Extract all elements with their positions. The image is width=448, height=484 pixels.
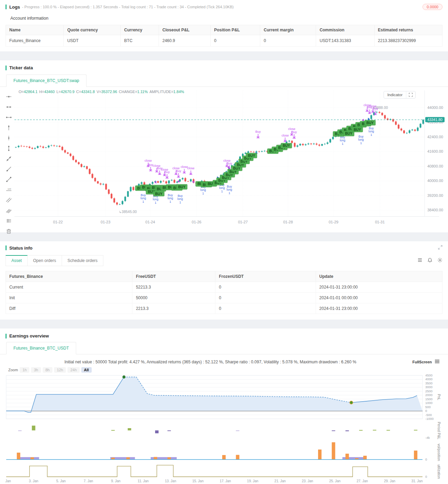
- column-header: Futures_Binance: [6, 271, 132, 282]
- svg-text:40800.00: 40800.00: [427, 164, 443, 168]
- table-cell: 0: [211, 35, 260, 47]
- zoom-button-8h[interactable]: 8h: [43, 367, 52, 373]
- tab-schedule-orders[interactable]: Schedule orders: [62, 255, 103, 266]
- table-header-row: Futures_BinanceFreeUSDTFrozenUSDTUpdate: [6, 271, 442, 282]
- list-icon[interactable]: [417, 258, 422, 264]
- column-header: Estimated returns: [374, 25, 442, 35]
- zoom-button-1h[interactable]: 1h: [20, 367, 29, 373]
- ray-tool-icon[interactable]: [6, 166, 12, 173]
- svg-text:21. Jan: 21. Jan: [274, 479, 286, 483]
- trend-line-tool-icon[interactable]: [6, 156, 12, 163]
- account-title: Account information: [10, 16, 442, 21]
- svg-text:1: 1: [202, 192, 204, 195]
- candlestick-canvas[interactable]: 38400.0039200.0040000.0040800.0041600.00…: [14, 88, 448, 228]
- svg-text:1500: 1500: [425, 397, 432, 401]
- svg-text:2000: 2000: [425, 393, 432, 397]
- section-accent-bar: [6, 65, 7, 70]
- status-tabbar: AssetOpen ordersSchedule orders: [6, 255, 442, 266]
- indicator-label[interactable]: Indicator: [384, 91, 406, 98]
- vertical-segment-tool-icon[interactable]: [6, 145, 12, 153]
- segment-tool-icon[interactable]: [6, 177, 12, 184]
- bell-icon[interactable]: [427, 258, 432, 264]
- status-toolbar: [417, 258, 442, 264]
- tab-ticker-symbol[interactable]: Futures_Binance_BTC_USDT:swap: [6, 74, 86, 87]
- indicator-button[interactable]: Indicator: [384, 91, 416, 99]
- svg-text:19. Jan: 19. Jan: [247, 479, 258, 483]
- svg-text:23. Jan: 23. Jan: [302, 479, 313, 483]
- svg-text:40000.00: 40000.00: [427, 179, 443, 183]
- candlestick-chart[interactable]: 123 38400.0039200.0040000.0040800.004160…: [3, 88, 443, 232]
- tab-earnings-symbol[interactable]: Futures_Binance_BTC_USDT: [6, 342, 76, 354]
- gear-icon[interactable]: [437, 258, 442, 264]
- table-cell: 0: [215, 282, 316, 293]
- zoom-button-all[interactable]: All: [81, 367, 92, 373]
- status-table: Futures_BinanceFreeUSDTFrozenUSDTUpdateC…: [6, 271, 442, 314]
- row-label: Diff: [6, 303, 132, 314]
- svg-text:close: close: [282, 134, 289, 137]
- zoom-controls: Zoom 1h3h8h12h24hAll: [0, 366, 448, 373]
- expand-icon[interactable]: [438, 245, 442, 251]
- earnings-tabbar: Futures_Binance_BTC_USDT: [0, 341, 448, 354]
- svg-text:BUY: BUY: [155, 192, 162, 196]
- expand-icon[interactable]: [406, 91, 415, 98]
- svg-text:123: 123: [8, 188, 11, 190]
- horizontal-ray-tool-icon[interactable]: [6, 114, 12, 122]
- delete-tool-icon[interactable]: [6, 228, 12, 235]
- earnings-title: Earnings overview: [9, 333, 49, 339]
- svg-text:38400.00: 38400.00: [427, 208, 443, 212]
- menu-icon[interactable]: [435, 359, 440, 364]
- svg-text:Period P&L: Period P&L: [437, 422, 441, 440]
- parallel-channel-tool-icon[interactable]: [6, 197, 12, 204]
- svg-text:↳: ↳: [119, 210, 122, 214]
- section-divider: [0, 51, 448, 60]
- fullscreen-button[interactable]: FullScreen: [413, 359, 440, 364]
- svg-text:1000: 1000: [425, 401, 432, 405]
- svg-text:PnL: PnL: [437, 394, 441, 400]
- table-cell: 2213.3: [132, 303, 215, 314]
- table-cell: 2460.9: [159, 35, 211, 47]
- table-cell: 2024-01-31 23:00:00: [316, 303, 442, 314]
- horizontal-line-tool-icon[interactable]: [6, 104, 12, 111]
- svg-text:29. Jan: 29. Jan: [384, 479, 395, 483]
- fullscreen-label[interactable]: FullScreen: [413, 360, 432, 364]
- pnl-max-point: [122, 375, 125, 379]
- svg-text:BUY: BUY: [366, 121, 374, 125]
- column-header: Position P&L: [211, 25, 260, 35]
- svg-text:42400.00: 42400.00: [427, 135, 443, 139]
- vertical-ray-tool-icon[interactable]: [6, 135, 12, 142]
- price-label-tool-icon[interactable]: 123: [6, 187, 12, 194]
- svg-text:1: 1: [228, 191, 230, 195]
- zoom-button-24h[interactable]: 24h: [68, 367, 79, 373]
- vertical-line-tool-icon[interactable]: [6, 125, 12, 132]
- tab-open-orders[interactable]: Open orders: [28, 255, 62, 266]
- svg-text:close: close: [187, 167, 194, 170]
- svg-text:01-31: 01-31: [375, 220, 385, 224]
- svg-text:long: long: [167, 196, 173, 200]
- svg-text:25. Jan: 25. Jan: [329, 479, 340, 483]
- zoom-button-3h[interactable]: 3h: [31, 367, 41, 373]
- pnl-area: [6, 377, 422, 413]
- table-row: Diff2213.302024-01-31 23:00:00: [6, 303, 442, 314]
- status-section: Status info AssetOpen ordersSchedule ord…: [0, 241, 448, 320]
- svg-text:01-29: 01-29: [329, 220, 338, 224]
- svg-text:2500: 2500: [425, 389, 432, 393]
- svg-text:-500: -500: [425, 413, 432, 417]
- svg-text:Buy: Buy: [164, 170, 170, 174]
- ohlc-part: V=35372.96: [96, 90, 119, 94]
- zoom-button-12h[interactable]: 12h: [54, 367, 66, 373]
- tab-asset[interactable]: Asset: [6, 255, 28, 266]
- column-header: Closeout P&L: [159, 25, 211, 35]
- crosshair-tool-icon[interactable]: [6, 94, 12, 101]
- chart-toolbar[interactable]: 123: [3, 90, 14, 235]
- table-cell: 2213.388237302999: [374, 35, 442, 47]
- section-accent-bar: [6, 245, 7, 250]
- row-label[interactable]: Current: [6, 282, 132, 293]
- ohlc-part: AMPLITUDE=1.84%: [150, 90, 186, 94]
- svg-text:0: 0: [425, 457, 427, 461]
- status-title: Status info: [9, 245, 32, 251]
- ruler-tool-icon[interactable]: [6, 218, 12, 225]
- multi-line-tool-icon[interactable]: [6, 208, 12, 215]
- svg-text:01-23: 01-23: [101, 220, 110, 224]
- svg-text:1: 1: [342, 142, 344, 145]
- earnings-chart-canvas[interactable]: -1000-5000500100015002000250030003500400…: [5, 374, 442, 484]
